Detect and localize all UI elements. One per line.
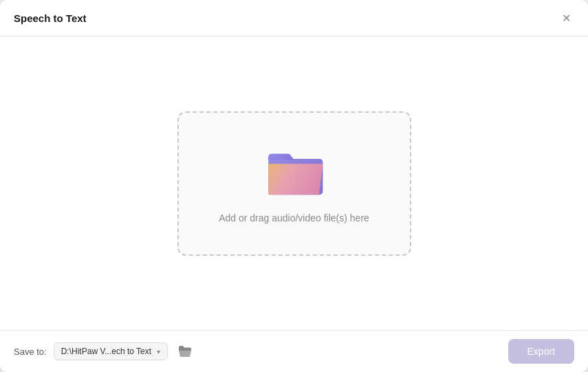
title-bar: Speech to Text ✕: [0, 0, 588, 36]
close-button[interactable]: ✕: [558, 10, 574, 26]
chevron-down-icon: ▾: [157, 348, 160, 355]
drop-zone[interactable]: Add or drag audio/video file(s) here: [177, 111, 411, 256]
browse-folder-button[interactable]: [175, 341, 195, 362]
folder-open-icon: [178, 345, 192, 358]
folder-icon: [263, 144, 325, 201]
drop-label: Add or drag audio/video file(s) here: [219, 212, 369, 223]
path-dropdown[interactable]: D:\HitPaw V...ech to Text ▾: [54, 342, 168, 360]
save-to-label: Save to:: [14, 347, 47, 357]
export-button[interactable]: Export: [508, 339, 574, 364]
window-title: Speech to Text: [14, 12, 87, 24]
main-content: Add or drag audio/video file(s) here: [0, 36, 588, 330]
path-value: D:\HitPaw V...ech to Text: [61, 347, 151, 356]
speech-to-text-window: Speech to Text ✕: [0, 0, 588, 372]
footer-left: Save to: D:\HitPaw V...ech to Text ▾: [14, 341, 195, 362]
footer: Save to: D:\HitPaw V...ech to Text ▾ Exp…: [0, 330, 588, 372]
